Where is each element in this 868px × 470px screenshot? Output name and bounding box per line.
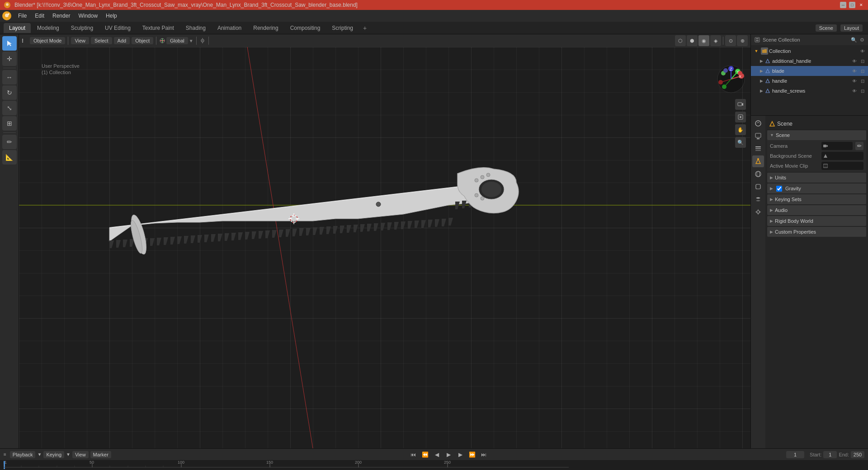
move-tool[interactable]: ↔: [2, 70, 17, 85]
menu-render[interactable]: Render: [49, 12, 74, 20]
rotate-tool[interactable]: ↻: [2, 85, 17, 100]
handle-visibility-2[interactable]: 👁: [851, 77, 858, 85]
tab-layout[interactable]: Layout: [4, 23, 31, 33]
start-frame-field[interactable]: 1: [823, 451, 837, 458]
jump-forward-keyframe[interactable]: ⏩: [467, 450, 477, 460]
camera-value-field[interactable]: [821, 142, 853, 150]
outliner-item-blade[interactable]: ▶ blade 👁 ⊡: [751, 66, 868, 76]
scene-section-header[interactable]: ▼ Scene: [767, 130, 866, 140]
transform-orientation[interactable]: Global: [166, 37, 188, 44]
select-tool[interactable]: [2, 36, 17, 51]
gravity-checkbox[interactable]: [776, 186, 782, 192]
solid-shading[interactable]: ⬢: [687, 35, 698, 46]
view-layer-selector[interactable]: Layout: [840, 24, 863, 32]
pan-icon[interactable]: ✋: [735, 124, 746, 135]
tab-compositing[interactable]: Compositing: [285, 23, 326, 33]
tab-scripting[interactable]: Scripting: [326, 23, 359, 33]
tab-uv-editing[interactable]: UV Editing: [99, 23, 136, 33]
rigid-body-world-header[interactable]: ▶ Rigid Body World: [767, 216, 866, 226]
blade-restrict[interactable]: ⊡: [859, 67, 866, 75]
canvas-area[interactable]: User Perspective (1) Collection X Y: [19, 47, 750, 448]
gizmos-button[interactable]: ⊕: [737, 35, 748, 46]
viewport-object[interactable]: Object: [132, 37, 153, 44]
viewport[interactable]: Object Mode View Select Add Object Globa…: [19, 34, 750, 448]
play-button[interactable]: ▶: [443, 450, 453, 460]
output-props-tab[interactable]: [752, 130, 764, 142]
world-props-tab[interactable]: [752, 168, 764, 180]
viewport-view[interactable]: View: [71, 37, 89, 44]
viewport-add[interactable]: Add: [114, 37, 130, 44]
maximize-button[interactable]: □: [849, 2, 855, 8]
annotate-tool[interactable]: ✏: [2, 135, 17, 149]
tab-sculpting[interactable]: Sculpting: [66, 23, 99, 33]
transform-tool[interactable]: ⊞: [2, 116, 17, 131]
cursor-tool[interactable]: ✛: [2, 52, 17, 66]
background-scene-field[interactable]: [821, 152, 863, 160]
jump-back-keyframe[interactable]: ⏪: [420, 450, 430, 460]
menu-file[interactable]: File: [14, 12, 30, 20]
handle-restrict-2[interactable]: ⊡: [859, 77, 866, 85]
add-workspace-button[interactable]: +: [359, 24, 370, 33]
screws-visibility[interactable]: 👁: [851, 87, 858, 94]
keying-dropdown[interactable]: Keying: [43, 451, 64, 458]
step-forward[interactable]: ▶: [455, 450, 465, 460]
collection-visibility[interactable]: 👁: [859, 47, 866, 55]
playback-dropdown[interactable]: Playback: [10, 451, 36, 458]
menu-edit[interactable]: Edit: [31, 12, 48, 20]
physics-props-tab[interactable]: [752, 206, 764, 218]
keying-sets-header[interactable]: ▶ Keying Sets: [767, 194, 866, 204]
overlays-button[interactable]: ⊙: [725, 35, 736, 46]
jump-to-start[interactable]: ⏮: [408, 450, 418, 460]
outliner-filter-icon[interactable]: ⚙: [860, 37, 864, 43]
jump-to-end[interactable]: ⏭: [479, 450, 489, 460]
outliner-item-handle-screws[interactable]: ▶ handle_screws 👁 ⊡: [751, 86, 868, 96]
close-button[interactable]: ✕: [858, 2, 864, 8]
timeline-ruler[interactable]: 1 50 100 150 200 250: [0, 460, 868, 470]
rendered-shading[interactable]: ◈: [710, 35, 721, 46]
scene-props-tab[interactable]: [752, 155, 764, 167]
tab-texture-paint[interactable]: Texture Paint: [137, 23, 179, 33]
timeline-menu-icon[interactable]: ≡: [4, 452, 6, 457]
outliner-item-handle[interactable]: ▶ handle 👁 ⊡: [751, 76, 868, 86]
wireframe-shading[interactable]: ⬡: [675, 35, 686, 46]
current-frame-field[interactable]: 1: [786, 451, 804, 458]
minimize-button[interactable]: ─: [840, 2, 846, 8]
handle-visibility-1[interactable]: 👁: [851, 57, 858, 65]
render-region-icon[interactable]: [735, 112, 746, 122]
gravity-header[interactable]: ▶ Gravity: [767, 183, 866, 193]
material-shading[interactable]: ◉: [698, 35, 709, 46]
measure-tool[interactable]: 📐: [2, 150, 17, 164]
object-mode-dropdown[interactable]: Object Mode: [30, 37, 65, 44]
marker-dropdown[interactable]: Marker: [90, 451, 111, 458]
object-props-tab[interactable]: [752, 181, 764, 193]
end-frame-field[interactable]: 250: [851, 451, 864, 458]
custom-properties-header[interactable]: ▶ Custom Properties: [767, 227, 866, 237]
outliner-item-additional-handle[interactable]: ▶ additional_handle 👁 ⊡: [751, 56, 868, 66]
scene-selector[interactable]: Scene: [816, 24, 837, 32]
tab-shading[interactable]: Shading: [180, 23, 211, 33]
outliner-item-scene-collection[interactable]: ▼ Collection 👁: [751, 46, 868, 56]
camera-view-icon[interactable]: [735, 99, 746, 110]
screws-restrict[interactable]: ⊡: [859, 87, 866, 94]
handle-restrict-1[interactable]: ⊡: [859, 57, 866, 65]
audio-header[interactable]: ▶ Audio: [767, 205, 866, 215]
active-movie-clip-field[interactable]: [821, 162, 863, 170]
camera-edit-button[interactable]: ✏: [855, 142, 863, 150]
tab-modeling[interactable]: Modeling: [32, 23, 65, 33]
tab-animation[interactable]: Animation: [212, 23, 247, 33]
step-back[interactable]: ◀: [432, 450, 442, 460]
tab-rendering[interactable]: Rendering: [248, 23, 283, 33]
scale-tool[interactable]: ⤡: [2, 101, 17, 115]
menu-window[interactable]: Window: [75, 12, 101, 20]
menu-help[interactable]: Help: [102, 12, 121, 20]
view-dropdown[interactable]: View: [72, 451, 89, 458]
render-props-tab[interactable]: [752, 118, 764, 129]
viewport-select[interactable]: Select: [91, 37, 112, 44]
view-layer-props-tab[interactable]: [752, 143, 764, 155]
navigation-gizmo[interactable]: X Y Z: [715, 63, 747, 95]
outliner-search-icon[interactable]: 🔍: [851, 37, 857, 43]
units-header[interactable]: ▶ Units: [767, 173, 866, 183]
blade-visibility[interactable]: 👁: [851, 67, 858, 75]
modifier-props-tab[interactable]: [752, 193, 764, 205]
zoom-icon[interactable]: 🔍: [735, 137, 746, 148]
